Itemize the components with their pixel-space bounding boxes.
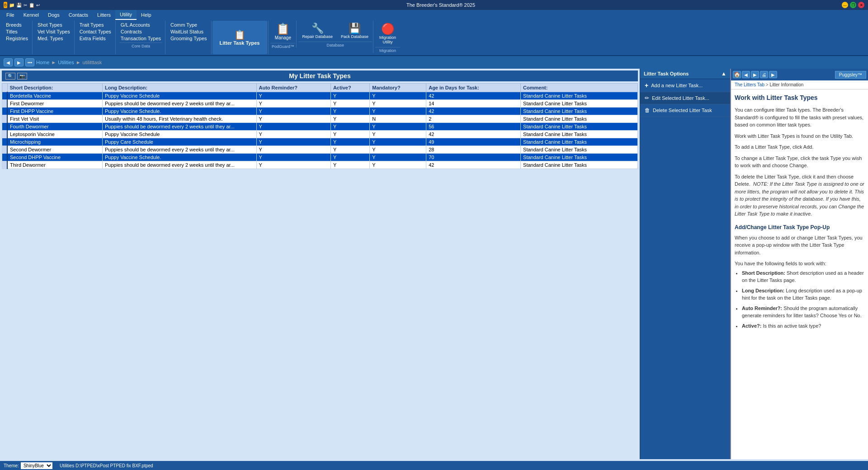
help-back-button[interactable]: ◀ xyxy=(742,71,750,78)
ribbon-titles[interactable]: Titles xyxy=(5,28,29,35)
cell-active: Y xyxy=(330,161,369,169)
ribbon-pack-database-btn[interactable]: 💾 Pack Database xyxy=(337,21,372,41)
cell-auto-reminder: Y xyxy=(256,146,330,154)
help-home-button[interactable]: 🏠 xyxy=(733,71,741,78)
cell-long-desc: Puppies should be dewormed every 2 weeks… xyxy=(102,161,256,169)
data-table: Short Description: Long Description: Aut… xyxy=(2,83,638,169)
header-search-button[interactable]: 🔍 xyxy=(5,73,15,80)
table-row[interactable]: Fourth DewormerPuppies should be deworme… xyxy=(2,123,638,131)
menu-contacts[interactable]: Contacts xyxy=(64,10,93,20)
table-row[interactable]: Leptosporin VaccinePuppy Vaccine Schedul… xyxy=(2,131,638,138)
cell-active: Y xyxy=(330,131,369,138)
ribbon-grooming-types[interactable]: Grooming Types xyxy=(169,35,208,42)
row-indicator xyxy=(2,92,8,100)
cell-short-desc: Third Dewormer xyxy=(7,161,102,169)
cell-mandatory: Y xyxy=(370,131,426,138)
help-field-long-desc: Long Description: Long description used … xyxy=(742,287,864,302)
ribbon-manage-btn[interactable]: 📋 Manage xyxy=(270,21,295,42)
nav-more-button[interactable]: ••• xyxy=(25,58,34,66)
row-indicator xyxy=(2,115,8,123)
cell-active: Y xyxy=(330,154,369,161)
table-row[interactable]: First DHPP VaccinePuppy Vaccine Schedule… xyxy=(2,108,638,115)
breadcrumb-home[interactable]: Home xyxy=(36,60,49,65)
ribbon-vet-visit-types[interactable]: Vet Visit Types xyxy=(36,28,71,35)
row-indicator xyxy=(2,161,8,169)
cell-mandatory: Y xyxy=(370,123,426,131)
help-breadcrumb-parent[interactable]: The Litters Tab xyxy=(735,82,764,87)
options-edit[interactable]: ✏ Edit Selected Litter Task... xyxy=(640,92,730,104)
ribbon-registries[interactable]: Registries xyxy=(5,35,29,42)
breadcrumb-utilities[interactable]: Utilities xyxy=(58,60,74,65)
table-row[interactable]: Second DHPP VaccinePuppy Vaccine Schedul… xyxy=(2,154,638,161)
help-nav: 🏠 ◀ ▶ 🖨 ▶ Puggsley™ xyxy=(731,69,868,80)
ribbon-comm-type[interactable]: Comm Type xyxy=(169,22,208,28)
help-print-button[interactable]: 🖨 xyxy=(760,71,768,78)
ribbon-litter-task-types-btn[interactable]: 📋 Litter Task Types xyxy=(216,28,264,47)
help-forward-button[interactable]: ▶ xyxy=(751,71,759,78)
options-title: Litter Task Options xyxy=(644,71,689,76)
nav-back-button[interactable]: ◀ xyxy=(4,58,13,66)
table-row[interactable]: First DewormerPuppies should be dewormed… xyxy=(2,100,638,108)
ribbon-repair-database-btn[interactable]: 🔧 Repair Database xyxy=(298,21,336,41)
help-search-button[interactable]: ▶ xyxy=(769,71,777,78)
menu-litters[interactable]: Litters xyxy=(93,10,115,20)
ribbon-contact-types[interactable]: Contact Types xyxy=(78,28,113,35)
help-body-1: Work with Litter Task Types is found on … xyxy=(735,132,864,140)
ribbon-group-1: Breeds Titles Registries xyxy=(2,21,33,54)
row-indicator xyxy=(2,123,8,131)
help-field-short-desc: Short Description: Short description use… xyxy=(742,269,864,284)
menu-file[interactable]: File xyxy=(2,10,19,20)
cell-age-in-days: 42 xyxy=(426,92,521,100)
help-breadcrumb-current: Litter Information xyxy=(769,82,803,87)
table-row[interactable]: First Vet VisitUsually within 48 hours, … xyxy=(2,115,638,123)
ribbon-migration-utility-btn[interactable]: 🔴 MigrationUtility xyxy=(375,21,400,46)
ribbon-extra-fields[interactable]: Extra Fields xyxy=(78,35,113,42)
ribbon-waitlist-status[interactable]: WaitList Status xyxy=(169,28,208,35)
title-bar: B 📁 💾 ✂ 📋 ↩ The Breeder's Standard® 2025… xyxy=(0,0,868,10)
ribbon-breeds[interactable]: Breeds xyxy=(5,22,29,28)
ribbon-group-5: Comm Type WaitList Status Grooming Types xyxy=(166,21,212,54)
table-row[interactable]: Second DewormerPuppies should be deworme… xyxy=(2,146,638,154)
cell-mandatory: N xyxy=(370,115,426,123)
cell-age-in-days: 14 xyxy=(426,100,521,108)
ribbon-transaction-types[interactable]: Transaction Types xyxy=(119,35,162,42)
cell-long-desc: Puppy Vaccine Schedule. xyxy=(102,108,256,115)
cell-auto-reminder: Y xyxy=(256,92,330,100)
ribbon-med-types[interactable]: Med. Types xyxy=(36,35,71,42)
menu-help[interactable]: Help xyxy=(137,10,156,20)
restore-button[interactable]: ❐ xyxy=(850,2,856,8)
ribbon-contracts[interactable]: Contracts xyxy=(119,28,162,35)
header-icon-button[interactable]: 📷 xyxy=(17,73,27,80)
puggsley-button[interactable]: Puggsley™ xyxy=(835,71,866,79)
minimize-button[interactable]: — xyxy=(842,2,848,8)
table-container: Short Description: Long Description: Aut… xyxy=(2,83,638,457)
cell-mandatory: Y xyxy=(370,138,426,146)
table-row[interactable]: MicrochippingPuppy Care ScheduleYYY49Sta… xyxy=(2,138,638,146)
help-fields-list: Short Description: Short description use… xyxy=(742,269,864,330)
ribbon-shot-types[interactable]: Shot Types xyxy=(36,22,71,28)
status-path: Utilities D:\PTPED\xPost PTPED fix BXF.p… xyxy=(60,463,153,468)
cell-comment: Standard Canine Litter Tasks xyxy=(521,123,638,131)
menu-utility[interactable]: Utility xyxy=(115,10,137,20)
menu-dogs[interactable]: Dogs xyxy=(43,10,64,20)
options-collapse-button[interactable]: ▲ xyxy=(721,70,726,77)
table-row[interactable]: Third DewormerPuppies should be dewormed… xyxy=(2,161,638,169)
cell-active: Y xyxy=(330,138,369,146)
options-add[interactable]: + Add a new Litter Task... xyxy=(640,79,730,92)
ribbon-trait-types[interactable]: Trait Types xyxy=(78,22,113,28)
cell-mandatory: Y xyxy=(370,154,426,161)
ribbon-gl-accounts[interactable]: G/L Accounts xyxy=(119,22,162,28)
title-bar-spacer: B 📁 💾 ✂ 📋 ↩ xyxy=(4,2,40,8)
nav-forward-button[interactable]: ▶ xyxy=(14,58,24,66)
close-button[interactable]: ✕ xyxy=(858,2,864,8)
cell-long-desc: Puppy Vaccine Schedule xyxy=(102,92,256,100)
help-popup-intro: When you choose to add or change Litter … xyxy=(735,234,864,257)
cell-auto-reminder: Y xyxy=(256,161,330,169)
cell-mandatory: Y xyxy=(370,146,426,154)
table-row[interactable]: Bordetella VaccinePuppy Vaccine Schedule… xyxy=(2,92,638,100)
theme-select[interactable]: ShinyBlue xyxy=(21,462,52,469)
options-delete-label: Delete Selected Litter Task xyxy=(653,108,712,113)
options-delete[interactable]: 🗑 Delete Selected Litter Task xyxy=(640,104,730,117)
menu-kennel[interactable]: Kennel xyxy=(19,10,43,20)
cell-short-desc: Bordetella Vaccine xyxy=(7,92,102,100)
